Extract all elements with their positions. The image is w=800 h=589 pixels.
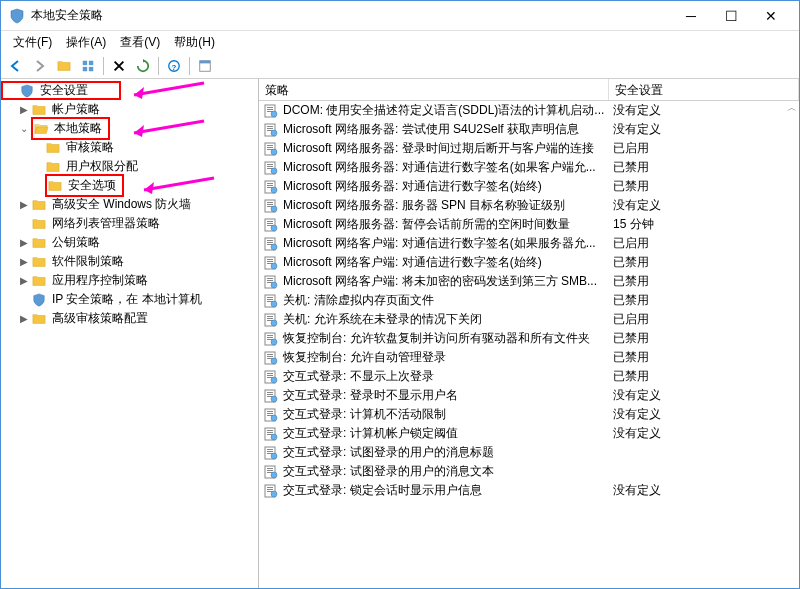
list-item[interactable]: DCOM: 使用安全描述符定义语言(SDDL)语法的计算机启动...没有定义 [259,101,799,120]
policy-name: Microsoft 网络服务器: 登录时间过期后断开与客户端的连接 [283,140,594,157]
tree-public-key[interactable]: ▶ 公钥策略 [1,233,258,252]
list-item[interactable]: 交互式登录: 试图登录的用户的消息标题 [259,443,799,462]
delete-button[interactable] [108,55,130,77]
policy-setting: 已禁用 [613,349,795,366]
list-item[interactable]: 交互式登录: 不显示上次登录已禁用 [259,367,799,386]
annotation-arrow-icon [126,81,206,101]
policy-name: 恢复控制台: 允许自动管理登录 [283,349,446,366]
properties-icon [197,59,213,73]
list-item[interactable]: 交互式登录: 锁定会话时显示用户信息没有定义 [259,481,799,500]
tree-toggle-icon[interactable]: ▶ [17,313,31,324]
list-item[interactable]: Microsoft 网络服务器: 服务器 SPN 目标名称验证级别没有定义 [259,196,799,215]
policy-setting: 没有定义 [613,102,795,119]
tree-label: 审核策略 [64,138,116,157]
list-item[interactable]: 交互式登录: 计算机帐户锁定阈值没有定义 [259,424,799,443]
policy-name: 交互式登录: 试图登录的用户的消息标题 [283,444,494,461]
policy-setting: 已禁用 [613,159,795,176]
tree-label: 高级安全 Windows 防火墙 [50,195,193,214]
tree-toggle-icon[interactable]: ⌄ [17,123,31,134]
policy-name: 交互式登录: 登录时不显示用户名 [283,387,458,404]
menu-help[interactable]: 帮助(H) [168,32,221,53]
refresh-button[interactable] [132,55,154,77]
tree-toggle-icon[interactable]: ▶ [17,104,31,115]
menu-file[interactable]: 文件(F) [7,32,58,53]
minimize-button[interactable]: ─ [671,2,711,30]
up-button[interactable] [53,55,75,77]
column-header-setting[interactable]: 安全设置 [609,79,799,100]
list-item[interactable]: 恢复控制台: 允许软盘复制并访问所有驱动器和所有文件夹已禁用 [259,329,799,348]
policy-icon [263,408,279,422]
menubar: 文件(F) 操作(A) 查看(V) 帮助(H) [1,31,799,53]
tree-app-control[interactable]: ▶ 应用程序控制策略 [1,271,258,290]
policy-name: Microsoft 网络服务器: 尝试使用 S4U2Self 获取声明信息 [283,121,579,138]
toolbar-separator [158,57,159,75]
policy-setting: 15 分钟 [613,216,795,233]
tree-pane[interactable]: 安全设置 ▶ 帐户策略 ⌄ 本地策略 审核策略 用户权限分配 [1,79,259,588]
list-item[interactable]: Microsoft 网络客户端: 将未加密的密码发送到第三方 SMB...已禁用 [259,272,799,291]
tree-firewall[interactable]: ▶ 高级安全 Windows 防火墙 [1,195,258,214]
tree-toggle-icon[interactable]: ▶ [17,237,31,248]
list-item[interactable]: 关机: 允许系统在未登录的情况下关闭已启用 [259,310,799,329]
window-title: 本地安全策略 [31,7,671,24]
policy-icon [263,142,279,156]
help-button[interactable] [163,55,185,77]
policy-setting: 没有定义 [613,197,795,214]
tree-audit-policy[interactable]: 审核策略 [1,138,258,157]
folder-icon [47,179,63,193]
delete-icon [111,59,127,73]
list-pane: 策略 安全设置 ︿ DCOM: 使用安全描述符定义语言(SDDL)语法的计算机启… [259,79,799,588]
menu-action[interactable]: 操作(A) [60,32,112,53]
list-body[interactable]: DCOM: 使用安全描述符定义语言(SDDL)语法的计算机启动...没有定义Mi… [259,101,799,588]
policy-name: Microsoft 网络客户端: 将未加密的密码发送到第三方 SMB... [283,273,597,290]
tree-root-security-settings[interactable]: 安全设置 [1,81,121,100]
policy-name: Microsoft 网络客户端: 对通信进行数字签名(始终) [283,254,542,271]
column-header-policy[interactable]: 策略 [259,79,609,100]
forward-button[interactable] [29,55,51,77]
folder-icon [31,274,47,288]
menu-view[interactable]: 查看(V) [114,32,166,53]
policy-setting: 没有定义 [613,387,795,404]
list-item[interactable]: Microsoft 网络客户端: 对通信进行数字签名(如果服务器允...已启用 [259,234,799,253]
show-hide-button[interactable] [77,55,99,77]
list-item[interactable]: Microsoft 网络客户端: 对通信进行数字签名(始终)已禁用 [259,253,799,272]
tree-label: 高级审核策略配置 [50,309,150,328]
policy-name: 恢复控制台: 允许软盘复制并访问所有驱动器和所有文件夹 [283,330,590,347]
policy-name: 交互式登录: 计算机帐户锁定阈值 [283,425,458,442]
list-item[interactable]: Microsoft 网络服务器: 尝试使用 S4U2Self 获取声明信息没有定… [259,120,799,139]
scroll-up-icon[interactable]: ︿ [787,101,797,115]
list-item[interactable]: Microsoft 网络服务器: 对通信进行数字签名(始终)已禁用 [259,177,799,196]
list-item[interactable]: Microsoft 网络服务器: 暂停会话前所需的空闲时间数量15 分钟 [259,215,799,234]
policy-setting: 已禁用 [613,178,795,195]
list-item[interactable]: Microsoft 网络服务器: 对通信进行数字签名(如果客户端允...已禁用 [259,158,799,177]
list-item[interactable]: 交互式登录: 登录时不显示用户名没有定义 [259,386,799,405]
tree-adv-audit[interactable]: ▶ 高级审核策略配置 [1,309,258,328]
tree-software-restrict[interactable]: ▶ 软件限制策略 [1,252,258,271]
tree-security-options[interactable]: 安全选项 [1,176,258,195]
policy-icon [263,446,279,460]
maximize-button[interactable]: ☐ [711,2,751,30]
policy-icon [263,294,279,308]
tree-toggle-icon[interactable]: ▶ [17,275,31,286]
list-item[interactable]: 恢复控制台: 允许自动管理登录已禁用 [259,348,799,367]
tree-network-list[interactable]: 网络列表管理器策略 [1,214,258,233]
list-item[interactable]: 关机: 清除虚拟内存页面文件已禁用 [259,291,799,310]
tree-toggle-icon[interactable]: ▶ [17,256,31,267]
tree-user-rights[interactable]: 用户权限分配 [1,157,258,176]
tree-ipsec[interactable]: IP 安全策略，在 本地计算机 [1,290,258,309]
list-item[interactable]: 交互式登录: 计算机不活动限制没有定义 [259,405,799,424]
back-button[interactable] [5,55,27,77]
close-button[interactable]: ✕ [751,2,791,30]
up-folder-icon [56,59,72,73]
toolbar [1,53,799,79]
list-item[interactable]: 交互式登录: 试图登录的用户的消息文本 [259,462,799,481]
list-item[interactable]: Microsoft 网络服务器: 登录时间过期后断开与客户端的连接已启用 [259,139,799,158]
policy-setting: 已禁用 [613,368,795,385]
policy-icon [263,332,279,346]
tree-local-policies[interactable]: ⌄ 本地策略 [1,119,258,138]
policy-icon [263,180,279,194]
forward-icon [32,59,48,73]
tree-toggle-icon[interactable]: ▶ [17,199,31,210]
policy-name: Microsoft 网络服务器: 对通信进行数字签名(如果客户端允... [283,159,596,176]
properties-button[interactable] [194,55,216,77]
folder-icon [45,141,61,155]
